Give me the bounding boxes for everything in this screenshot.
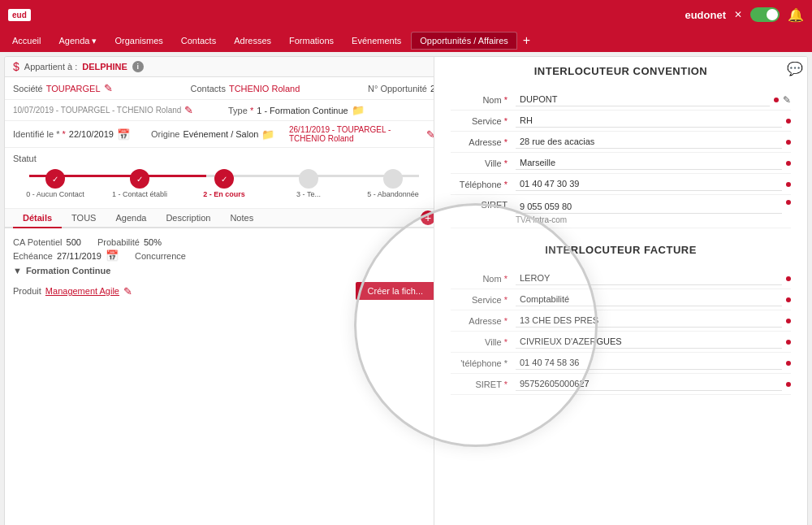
conv-telephone-input[interactable] xyxy=(516,177,782,191)
fact-nom-input[interactable] xyxy=(516,271,782,285)
info-icon[interactable]: i xyxy=(132,61,144,72)
conv-ville-label: Ville xyxy=(451,158,516,168)
nav-item-accueil[interactable]: Accueil xyxy=(4,33,49,49)
chat-icon[interactable]: 💬 xyxy=(787,61,803,76)
fact-service-dot xyxy=(786,297,791,302)
conv-service-row: Service xyxy=(451,114,791,132)
fact-service-input[interactable] xyxy=(516,293,782,306)
date-edit-icon[interactable]: ✎ xyxy=(184,104,193,116)
contacts-value[interactable]: TCHENIO Roland xyxy=(229,84,300,93)
details-row-1: CA Potentiel 500 Probabilité 50% xyxy=(13,237,435,247)
probabilite-label: Probabilité xyxy=(97,237,140,247)
left-area: Société TOUPARGEL ✎ Contacts TCHENIO Rol… xyxy=(5,77,443,309)
echeance-calendar-icon[interactable]: 📅 xyxy=(106,249,119,262)
fact-ville-input[interactable] xyxy=(516,335,782,349)
create-button[interactable]: Créer la fich... xyxy=(356,282,435,300)
fact-adresse-input[interactable] xyxy=(516,314,782,328)
step-circle-1: ✓ xyxy=(130,169,149,189)
echeance-label: Echéance xyxy=(13,251,53,261)
probabilite-value: 50% xyxy=(144,237,162,247)
conv-service-input[interactable] xyxy=(516,114,782,128)
conv-adresse-input[interactable] xyxy=(516,135,782,149)
conv-siret-input[interactable] xyxy=(516,200,782,214)
type-label: Type xyxy=(228,106,253,115)
step-label-3: 3 - Te... xyxy=(296,190,321,198)
fact-ville-row: Ville xyxy=(451,335,791,353)
conv-service-label: Service xyxy=(451,116,516,126)
details-row-2: Echéance 27/11/2019 📅 Concurrence xyxy=(13,249,435,262)
produit-field: Produit Management Agile ✎ xyxy=(13,285,132,297)
fact-nom-dot xyxy=(786,276,791,281)
conv-nom-row: Nom ✎ xyxy=(451,93,791,111)
conv-nom-edit-icon[interactable]: ✎ xyxy=(783,94,791,106)
product-row: Produit Management Agile ✎ Créer la fich… xyxy=(13,280,435,302)
type-value: 1 - Formation Continue xyxy=(257,106,348,115)
produit-edit-icon[interactable]: ✎ xyxy=(123,285,132,297)
step-circle-2: ✓ xyxy=(214,169,234,189)
conv-siret-label: SIRET xyxy=(451,200,516,210)
societe-value[interactable]: TOUPARGEL xyxy=(46,84,101,93)
status-step-2[interactable]: ✓ 2 - En cours xyxy=(182,169,266,198)
conv-ville-input[interactable] xyxy=(516,156,782,170)
concurrence-label: Concurrence xyxy=(135,251,186,261)
tab-notes[interactable]: Notes xyxy=(220,209,263,228)
fact-siret-input[interactable] xyxy=(516,377,782,391)
ca-label: CA Potentiel xyxy=(13,237,63,247)
conv-siret-row: SIRET TVA Intra-com xyxy=(451,198,791,228)
status-step-3[interactable]: 3 - Te... xyxy=(266,169,351,198)
fact-siret-label: SIRET xyxy=(451,380,516,389)
nav-bar: Accueil Agenda ▾ Organismes Contacts Adr… xyxy=(0,29,812,52)
fact-siret-row: SIRET xyxy=(451,377,791,395)
conv-telephone-dot xyxy=(786,182,791,187)
produit-value[interactable]: Management Agile xyxy=(45,286,119,296)
nav-item-agenda[interactable]: Agenda ▾ xyxy=(50,33,105,50)
origine-icon[interactable]: 📁 xyxy=(261,128,274,141)
conv-nom-input[interactable] xyxy=(516,93,770,106)
right-panel: 💬 INTERLOCUTEUR CONVENTION Nom ✎ Service… xyxy=(434,57,807,525)
appartient-value[interactable]: DELPHINE xyxy=(82,62,127,72)
nav-item-formations[interactable]: Formations xyxy=(281,33,342,49)
origine-label: Origine xyxy=(151,129,179,139)
formation-section: ▼ Formation Continue xyxy=(13,266,435,276)
tab-tous[interactable]: TOUS xyxy=(62,209,106,228)
status-step-5[interactable]: 5 - Abandonnée xyxy=(351,169,435,198)
nav-item-evenements[interactable]: Evénements xyxy=(343,33,409,49)
type-file-icon[interactable]: 📁 xyxy=(352,104,365,116)
num-opp-label: N° Opportunité xyxy=(368,84,427,93)
nav-item-opportunites[interactable]: Opportunités / Affaires xyxy=(411,32,517,50)
conv-nom-dot xyxy=(774,98,779,102)
contacts-label: Contacts xyxy=(191,84,226,93)
formation-toggle-icon[interactable]: ▼ xyxy=(13,266,22,276)
fact-telephone-input[interactable] xyxy=(516,356,782,370)
nav-item-contacts[interactable]: Contacts xyxy=(173,33,224,49)
status-step-1[interactable]: ✓ 1 - Contact établi xyxy=(97,169,182,198)
step-circle-0: ✓ xyxy=(45,169,65,189)
ca-value: 500 xyxy=(67,237,81,247)
identifie-calendar-icon[interactable]: 📅 xyxy=(117,128,130,141)
conv-adresse-row: Adresse xyxy=(451,135,791,153)
nav-item-organismes[interactable]: Organismes xyxy=(106,33,171,49)
tab-agenda[interactable]: Agenda xyxy=(106,209,156,228)
nav-add-button[interactable]: + xyxy=(519,33,534,48)
conv-ville-row: Ville xyxy=(451,156,791,174)
ca-field: CA Potentiel 500 xyxy=(13,237,81,247)
step-circle-5 xyxy=(383,169,403,189)
dollar-icon: $ xyxy=(13,60,19,73)
identifie-value: 22/10/2019 xyxy=(69,129,114,139)
interlocuteur-convention-form: Nom ✎ Service Adresse Ville Télé xyxy=(434,85,807,236)
fact-telephone-dot xyxy=(786,361,791,366)
toggle-switch[interactable] xyxy=(750,7,780,22)
fact-service-label: Service xyxy=(451,295,516,305)
conv-service-dot xyxy=(786,119,791,124)
societe-edit-icon[interactable]: ✎ xyxy=(104,82,113,94)
statut-label: Statut xyxy=(13,154,37,163)
bell-icon[interactable]: 🔔 xyxy=(788,7,804,23)
nav-item-adresses[interactable]: Adresses xyxy=(226,33,279,49)
tab-description[interactable]: Description xyxy=(156,209,220,228)
fact-nom-row: Nom xyxy=(451,271,791,289)
tab-details[interactable]: Détails xyxy=(13,209,62,228)
top-bar-right: eudonet ✕ 🔔 xyxy=(685,7,804,23)
fact-adresse-dot xyxy=(786,319,791,323)
status-step-0[interactable]: ✓ 0 - Aucun Contact xyxy=(13,169,97,198)
tabs-bar: Détails TOUS Agenda Description Notes + xyxy=(5,209,443,228)
